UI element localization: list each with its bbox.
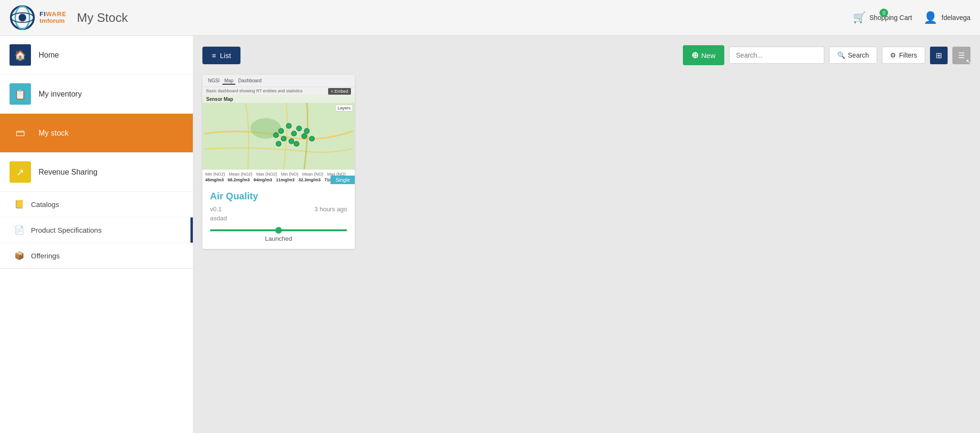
filters-button[interactable]: ⚙ Filters: [882, 47, 925, 64]
map-area: Layers: [202, 103, 355, 169]
layers-button[interactable]: Layers: [335, 105, 353, 111]
product-status-dot: [275, 227, 282, 234]
header-right: 0 🛒 Shopping Cart 👤 fdelavega: [853, 11, 970, 24]
filters-icon: ⚙: [890, 51, 896, 59]
sidebar-home-label: Home: [39, 51, 59, 59]
product-spec-icon: 📄: [14, 225, 24, 235]
stat-value-4: 11mg/m3: [276, 177, 295, 182]
cart-label: Shopping Cart: [870, 14, 912, 21]
svg-point-2: [19, 14, 26, 21]
toolbar: ≡ List ⊕ New 🔍 Search ⚙ Filters ⊞ ☰ ↖: [202, 45, 970, 65]
products-grid: NGSl Map Dashboard Basic dashboard showi…: [202, 75, 970, 249]
product-time: 3 hours ago: [314, 206, 347, 213]
sidebar-submenu: 📒 Catalogs 📄 Product Specifications 📦 Of…: [0, 192, 193, 269]
shopping-cart-button[interactable]: 0 🛒 Shopping Cart: [853, 11, 912, 24]
product-name[interactable]: Air Quality: [210, 191, 347, 202]
inventory-icon: 📋: [14, 89, 26, 100]
map-svg: [202, 103, 355, 169]
svg-point-13: [289, 138, 294, 144]
map-tabs: NGSl Map Dashboard: [202, 75, 355, 87]
stat-value-2: 68.2mg/m3: [228, 177, 250, 182]
sidebar-item-revenue-sharing[interactable]: ↗ Revenue Sharing: [0, 153, 193, 192]
product-meta: v0.1 3 hours ago: [210, 206, 347, 213]
header: FIWARE tmforum My Stock 0 🛒 Shopping Car…: [0, 0, 980, 36]
grid-icon: ⊞: [936, 51, 942, 59]
offerings-label: Offerings: [31, 252, 60, 260]
active-indicator: [190, 217, 193, 243]
stat-value-1: 45mg/m3: [205, 177, 224, 182]
map-preview: NGSl Map Dashboard Basic dashboard showi…: [202, 75, 355, 184]
content-area: ≡ List ⊕ New 🔍 Search ⚙ Filters ⊞ ☰ ↖: [193, 36, 980, 433]
product-card[interactable]: NGSl Map Dashboard Basic dashboard showi…: [202, 75, 355, 249]
sidebar-item-my-stock[interactable]: 🗃 My stock: [0, 114, 193, 153]
product-status-label: Launched: [210, 235, 347, 242]
map-tab-dashboard[interactable]: Dashboard: [236, 78, 263, 85]
sidebar-item-my-inventory[interactable]: 📋 My inventory: [0, 75, 193, 114]
sidebar-item-home[interactable]: 🏠 Home: [0, 36, 193, 75]
offerings-icon: 📦: [14, 251, 24, 261]
cursor-overlay: ↖: [966, 58, 971, 65]
plus-icon: ⊕: [691, 50, 699, 60]
user-name: fdelavega: [941, 14, 970, 21]
svg-point-11: [281, 136, 286, 141]
product-status-bar: [210, 229, 347, 231]
svg-point-10: [301, 134, 307, 139]
revenue-icon-bg: ↗: [10, 161, 31, 183]
svg-point-9: [297, 126, 302, 131]
svg-point-16: [310, 136, 315, 141]
search-button[interactable]: 🔍 Search: [829, 47, 877, 64]
stock-icon-bg: 🗃: [10, 122, 31, 144]
sensor-map-label: Sensor Map: [202, 95, 355, 103]
search-icon: 🔍: [837, 51, 845, 59]
sidebar-inventory-label: My inventory: [39, 90, 82, 98]
svg-point-12: [273, 132, 279, 138]
stat-value-5: 32.3mg/m3: [299, 177, 321, 182]
map-tab-map[interactable]: Map: [222, 78, 235, 85]
catalogs-label: Catalogs: [31, 200, 59, 208]
list-button-label: List: [220, 51, 231, 59]
header-left: FIWARE tmforum My Stock: [10, 5, 128, 31]
stat-value-3: 94mg/m3: [254, 177, 272, 182]
table-icon: ☰: [958, 51, 965, 59]
sidebar-item-offerings[interactable]: 📦 Offerings: [0, 243, 193, 268]
logo-fiware: FIWARE: [40, 11, 67, 18]
logo-text: FIWARE tmforum: [40, 11, 67, 25]
table-view-button[interactable]: ☰ ↖: [952, 47, 970, 64]
map-tab-ngs1[interactable]: NGSl: [206, 78, 221, 85]
stat-label-2: Mean (NO2): [229, 172, 253, 177]
svg-point-7: [286, 123, 291, 128]
page-title: My Stock: [77, 10, 128, 25]
svg-point-14: [294, 141, 299, 147]
single-badge: Single: [330, 176, 355, 184]
grid-view-button[interactable]: ⊞: [930, 47, 948, 64]
catalogs-icon: 📒: [14, 199, 24, 209]
sidebar-stock-label: My stock: [39, 129, 69, 138]
logo: FIWARE tmforum: [10, 5, 67, 31]
search-input[interactable]: [729, 47, 824, 64]
product-card-image: NGSl Map Dashboard Basic dashboard showi…: [202, 75, 355, 184]
product-version: v0.1: [210, 206, 222, 213]
inventory-icon-bg: 📋: [10, 83, 31, 105]
product-card-body: Air Quality v0.1 3 hours ago asdad Launc…: [202, 184, 355, 249]
stat-label-1: Min (NO2): [205, 172, 225, 177]
user-icon: 👤: [923, 11, 938, 24]
new-button[interactable]: ⊕ New: [683, 45, 724, 65]
sidebar-item-product-specifications[interactable]: 📄 Product Specifications: [0, 217, 193, 243]
svg-point-6: [279, 128, 284, 134]
embed-button[interactable]: < Embed: [328, 88, 351, 95]
list-view-button[interactable]: ≡ List: [202, 47, 240, 64]
logo-icon: [10, 5, 36, 31]
sidebar-revenue-label: Revenue Sharing: [39, 168, 98, 177]
stats-labels-row: Min (NO2) Mean (NO2) Max (NO2) Min (NO) …: [205, 172, 352, 177]
sidebar-item-catalogs[interactable]: 📒 Catalogs: [0, 192, 193, 217]
logo-tmforum: tmforum: [40, 18, 67, 24]
stat-label-3: Max (NO2): [256, 172, 277, 177]
revenue-icon: ↗: [16, 167, 24, 178]
filters-button-label: Filters: [899, 51, 917, 59]
svg-point-15: [304, 128, 310, 134]
list-icon: ≡: [212, 51, 216, 59]
product-specifications-label: Product Specifications: [31, 226, 101, 234]
main-layout: 🏠 Home 📋 My inventory 🗃 My stock ↗ Reven…: [0, 36, 980, 433]
sidebar: 🏠 Home 📋 My inventory 🗃 My stock ↗ Reven…: [0, 36, 193, 433]
user-menu[interactable]: 👤 fdelavega: [923, 11, 970, 24]
